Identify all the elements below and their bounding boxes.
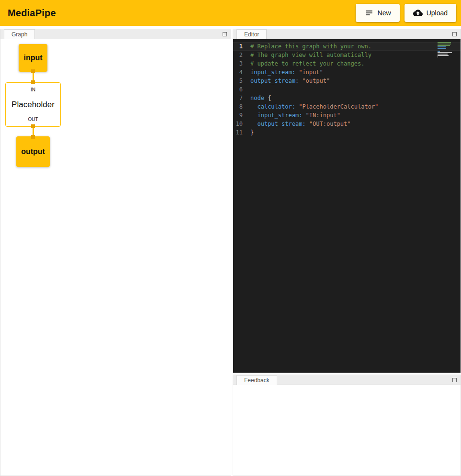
feedback-popout-button[interactable] — [451, 376, 458, 383]
line-number: 10 — [233, 120, 250, 128]
minimap-line — [438, 42, 451, 43]
code-text: output_stream: "OUT:output" — [250, 120, 351, 128]
line-number: 8 — [233, 102, 250, 111]
code-line[interactable]: 9 input_stream: "IN:input" — [233, 111, 461, 120]
new-button-label: New — [378, 9, 391, 17]
out-port-label: OUT — [28, 117, 38, 122]
tab-editor[interactable]: Editor — [236, 29, 267, 39]
app-header: MediaPipe New Upload — [0, 0, 461, 26]
graph-popout-button[interactable] — [222, 31, 228, 37]
minimap-line — [438, 48, 446, 49]
code-text: } — [250, 128, 254, 137]
minimap-line — [438, 52, 452, 53]
port-square — [31, 69, 35, 73]
line-number: 1 — [233, 42, 250, 51]
code-text: output_stream: "output" — [250, 77, 330, 85]
placeholder-node-label: Placeholder — [11, 100, 55, 110]
code-line[interactable]: 8 calculator: "PlaceholderCalculator" — [233, 102, 461, 111]
code-line[interactable]: 5output_stream: "output" — [233, 77, 461, 85]
minimap-line — [438, 51, 440, 52]
minimap-line — [438, 45, 450, 46]
feedback-panel: Feedback — [233, 375, 461, 476]
port-square — [31, 124, 35, 128]
line-number: 5 — [233, 77, 250, 85]
in-port-label: IN — [31, 87, 35, 92]
right-column: Editor 1# Replace this graph with your o… — [233, 29, 461, 476]
code-text: input_stream: "IN:input" — [250, 111, 340, 120]
edge-placeholder-output — [31, 124, 35, 139]
code-line[interactable]: 7node { — [233, 94, 461, 102]
editor-body[interactable]: 1# Replace this graph with your own.2# T… — [233, 39, 461, 373]
graph-node-input[interactable]: input — [19, 44, 47, 72]
graph-panel: Graph input IN Placeholder OUT — [0, 29, 231, 476]
code-text: input_stream: "input" — [250, 68, 323, 77]
new-button[interactable]: New — [356, 4, 400, 22]
minimap-line — [438, 44, 451, 44]
code-line[interactable]: 1# Replace this graph with your own. — [233, 42, 461, 51]
cloud-upload-icon — [413, 8, 423, 18]
line-number: 11 — [233, 128, 250, 137]
line-number: 7 — [233, 94, 250, 102]
line-number: 4 — [233, 68, 250, 77]
graph-node-placeholder[interactable]: IN Placeholder OUT — [5, 82, 61, 127]
code-text: calculator: "PlaceholderCalculator" — [250, 102, 378, 111]
graph-node-output[interactable]: output — [16, 136, 50, 167]
editor-panel: Editor 1# Replace this graph with your o… — [233, 29, 461, 373]
tab-graph[interactable]: Graph — [4, 29, 35, 39]
line-number: 6 — [233, 85, 250, 94]
editor-panel-strip: Editor — [233, 29, 461, 39]
line-number: 3 — [233, 59, 250, 68]
menu-lines-icon — [364, 8, 374, 18]
popout-icon — [452, 32, 457, 36]
code-text: node { — [250, 94, 271, 102]
editor-minimap[interactable] — [438, 42, 454, 57]
code-text: # The graph view will automatically — [250, 51, 371, 59]
line-number: 9 — [233, 111, 250, 120]
code-line[interactable]: 6 — [233, 85, 461, 94]
tab-feedback[interactable]: Feedback — [236, 375, 277, 385]
code-text: # update to reflect your changes. — [250, 59, 364, 68]
feedback-body — [233, 385, 461, 476]
minimap-line — [438, 54, 448, 55]
code-line[interactable]: 10 output_stream: "OUT:output" — [233, 120, 461, 128]
code-text: # Replace this graph with your own. — [250, 42, 371, 51]
port-square — [31, 80, 35, 84]
upload-button-label: Upload — [427, 9, 448, 17]
app-title: MediaPipe — [8, 8, 56, 19]
header-actions: New Upload — [356, 4, 456, 22]
code-line[interactable]: 11} — [233, 128, 461, 137]
popout-icon — [452, 378, 457, 382]
feedback-panel-strip: Feedback — [233, 375, 461, 385]
minimap-line — [438, 55, 449, 56]
editor-code: 1# Replace this graph with your own.2# T… — [233, 42, 461, 137]
code-line[interactable]: 3# update to reflect your changes. — [233, 59, 461, 68]
graph-panel-strip: Graph — [0, 29, 231, 39]
upload-button[interactable]: Upload — [405, 4, 456, 22]
popout-icon — [223, 32, 227, 36]
minimap-line — [438, 46, 446, 47]
port-square — [31, 135, 35, 139]
edge-input-placeholder — [31, 69, 35, 84]
minimap-line — [438, 56, 438, 57]
main-content: Graph input IN Placeholder OUT — [0, 26, 461, 476]
code-line[interactable]: 2# The graph view will automatically — [233, 51, 461, 59]
editor-popout-button[interactable] — [451, 31, 458, 37]
graph-canvas[interactable]: input IN Placeholder OUT output — [0, 39, 231, 476]
line-number: 2 — [233, 51, 250, 59]
code-line[interactable]: 4input_stream: "input" — [233, 68, 461, 77]
